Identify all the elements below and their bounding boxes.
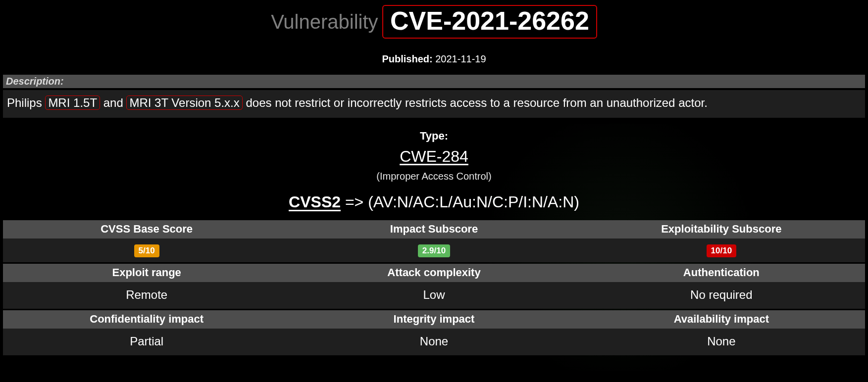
type-block: Type: CWE-284 (Improper Access Control): [0, 130, 868, 182]
score-badge-impact: 2.9/10: [418, 244, 450, 257]
published-row: Published: 2021-11-19: [0, 53, 868, 65]
vulnerability-label: Vulnerability: [271, 11, 378, 33]
impact-cell-avail: None: [578, 329, 865, 355]
desc-part1: Philips: [7, 96, 45, 109]
attr-head-complex: Attack complexity: [290, 264, 577, 282]
attr-head-auth: Authentication: [578, 264, 865, 282]
cvss-row: CVSS2 => (AV:N/AC:L/Au:N/C:P/I:N/A:N): [0, 193, 868, 211]
desc-part2: and: [100, 96, 126, 109]
impact-cell-conf: Partial: [3, 329, 290, 355]
score-cell-base: 5/10: [3, 239, 290, 262]
page-title: Vulnerability CVE-2021-26262: [0, 5, 868, 39]
desc-highlight-mri3t: MRI 3T Version 5.x.x: [126, 96, 242, 110]
score-cell-exploit: 10/10: [578, 239, 865, 262]
cvss-arrow: =>: [341, 193, 368, 211]
score-badge-exploit: 10/10: [707, 244, 737, 257]
attr-cell-range: Remote: [3, 282, 290, 309]
type-label: Type:: [0, 130, 868, 143]
score-head-exploit: Exploitability Subscore: [578, 220, 865, 239]
impact-head-conf: Confidentiality impact: [3, 310, 290, 329]
published-date: 2021-11-19: [435, 53, 486, 64]
impact-cell-integ: None: [290, 329, 577, 355]
cvss-label: CVSS2: [289, 193, 341, 211]
cve-id: CVE-2021-26262: [390, 6, 589, 35]
score-head-impact: Impact Subscore: [290, 220, 577, 239]
cwe-link[interactable]: CWE-284: [400, 147, 468, 165]
impact-head-avail: Availability impact: [578, 310, 865, 329]
attr-cell-auth: No required: [578, 282, 865, 309]
score-head-base: CVSS Base Score: [3, 220, 290, 239]
cve-box: CVE-2021-26262: [382, 5, 597, 39]
description-header: Description:: [3, 75, 865, 88]
attr-cell-complex: Low: [290, 282, 577, 309]
attr-head-range: Exploit range: [3, 264, 290, 282]
metrics-grid: CVSS Base Score Impact Subscore Exploita…: [3, 220, 865, 355]
score-badge-base: 5/10: [134, 244, 159, 257]
cwe-description: (Improper Access Control): [0, 171, 868, 182]
score-cell-impact: 2.9/10: [290, 239, 577, 262]
cvss-vector: (AV:N/AC:L/Au:N/C:P/I:N/A:N): [368, 193, 579, 211]
desc-part3: does not restrict or incorrectly restric…: [243, 96, 708, 109]
published-label: Published:: [382, 53, 432, 64]
description-body: Philips MRI 1.5T and MRI 3T Version 5.x.…: [3, 90, 865, 118]
impact-head-integ: Integrity impact: [290, 310, 577, 329]
desc-highlight-mri15t: MRI 1.5T: [45, 96, 100, 110]
